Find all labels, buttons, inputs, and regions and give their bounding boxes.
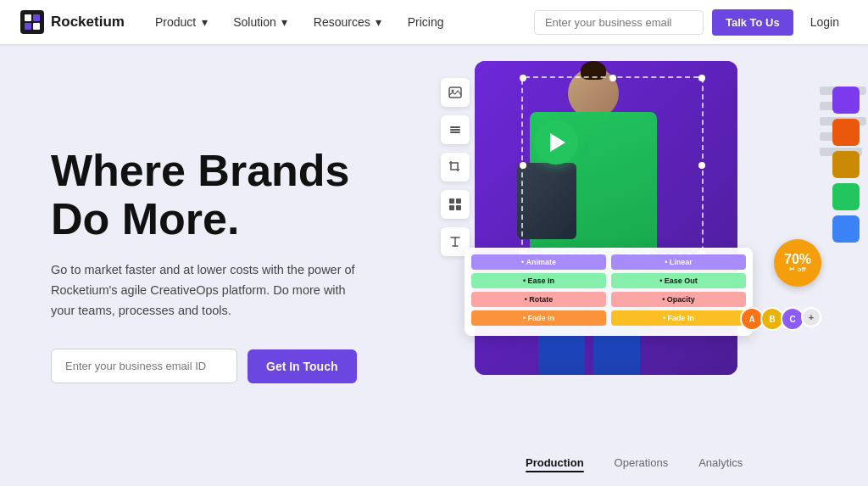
hero-email-input[interactable] [51,349,237,383]
color-swatch-orange[interactable] [832,119,860,146]
timeline-row: • Ease In • Ease Out [471,273,746,288]
tab-operations[interactable]: Operations [615,456,669,472]
play-button[interactable] [534,120,578,165]
toolbar-image-icon[interactable] [441,78,470,107]
hero-form: Get In Touch [51,349,381,383]
badge-percent: 70% [784,253,811,266]
svg-rect-12 [449,205,454,210]
timeline-cell-fade-in-2: • Fade In [611,310,746,326]
rocketium-logo-icon [20,10,44,34]
timeline-cell-fade-in-1: • Fade In [471,310,606,326]
nav-right: Talk To Us Login [534,9,848,36]
logo-area[interactable]: Rocketium [20,10,125,34]
chevron-down-icon: ▾ [199,17,209,27]
play-icon [550,133,565,152]
toolbar-layers-icon[interactable] [441,115,470,144]
svg-rect-2 [33,14,40,21]
svg-point-6 [452,90,454,92]
svg-rect-0 [20,10,44,34]
timeline-cell-animate: • Animate [471,254,606,270]
nav-talk-to-us-button[interactable]: Talk To Us [712,9,793,36]
timeline-cell-rotate: • Rotate [471,292,606,307]
nav-item-pricing[interactable]: Pricing [398,10,454,34]
nav-item-product[interactable]: Product ▾ [145,10,220,34]
svg-rect-10 [449,198,454,204]
timeline-cell-linear: • Linear [611,254,746,270]
badge-off: ✂ off [789,266,805,273]
timeline-row: • Animate • Linear [471,254,746,270]
navbar: Rocketium Product ▾ Solution ▾ Resources… [0,0,868,44]
timeline-cell-ease-out: • Ease Out [611,273,746,288]
hero-heading: Where Brands Do More. [51,147,381,243]
hero-section: Where Brands Do More. Go to market faste… [0,44,868,486]
bottom-tabs: Production Operations Analytics [526,456,743,472]
svg-rect-8 [450,129,460,131]
svg-rect-7 [450,126,460,128]
nav-item-solution[interactable]: Solution ▾ [223,10,300,34]
nav-login-link[interactable]: Login [802,10,848,34]
avatars-row: A B C + [743,307,821,331]
hero-get-in-touch-button[interactable]: Get In Touch [248,349,357,383]
color-swatches [832,87,860,243]
svg-rect-13 [456,205,461,210]
person-hair [581,61,606,80]
chevron-down-icon: ▾ [280,17,290,27]
hero-subtext: Go to market faster and at lower costs w… [51,260,356,321]
svg-rect-9 [450,131,460,133]
svg-rect-3 [25,23,31,30]
timeline-cell-ease-in: • Ease In [471,273,606,288]
chevron-down-icon: ▾ [374,17,384,27]
discount-badge: 70% ✂ off [774,239,821,287]
nav-items: Product ▾ Solution ▾ Resources ▾ Pricing [145,10,527,34]
left-toolbar [441,78,470,256]
svg-rect-4 [33,23,40,30]
color-swatch-blue[interactable] [832,215,860,243]
timeline-panel: • Animate • Linear • Ease In • Ease Out … [465,248,753,336]
toolbar-grid-icon[interactable] [441,190,470,219]
nav-email-input[interactable] [534,10,704,35]
tab-production[interactable]: Production [526,456,584,472]
timeline-row: • Fade In • Fade In [471,310,746,326]
hero-right-visual: • Animate • Linear • Ease In • Ease Out … [424,44,868,486]
hero-left: Where Brands Do More. Go to market faste… [0,44,424,486]
toolbar-crop-icon[interactable] [441,153,470,182]
avatar-more[interactable]: + [801,307,821,327]
color-swatch-yellow[interactable] [832,151,860,178]
svg-rect-11 [456,198,461,204]
person-tablet [517,163,576,239]
tab-analytics[interactable]: Analytics [698,456,743,472]
timeline-row: • Rotate • Opacity [471,292,746,307]
timeline-cell-opacity: • Opacity [611,292,746,307]
color-swatch-purple[interactable] [832,87,860,114]
svg-rect-1 [25,14,31,21]
color-swatch-green[interactable] [832,183,860,210]
logo-text: Rocketium [51,14,125,31]
nav-item-resources[interactable]: Resources ▾ [303,10,394,34]
